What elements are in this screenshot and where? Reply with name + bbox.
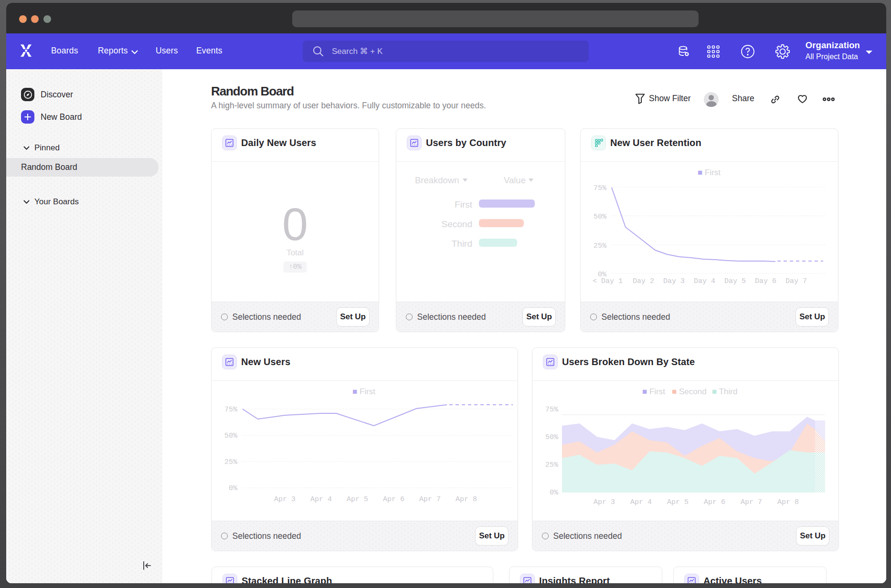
svg-text:0%: 0% <box>550 489 559 497</box>
svg-text:Apr 7: Apr 7 <box>419 495 441 504</box>
svg-text:■ Third: ■ Third <box>712 387 737 396</box>
svg-text:Day 3: Day 3 <box>663 277 685 285</box>
svg-text:Apr 6: Apr 6 <box>383 495 404 504</box>
svg-text:Apr 8: Apr 8 <box>777 498 799 506</box>
svg-text:Apr 5: Apr 5 <box>347 495 368 504</box>
svg-text:< Day 1: < Day 1 <box>593 277 623 285</box>
svg-text:Apr 7: Apr 7 <box>741 498 762 506</box>
svg-text:Apr 4: Apr 4 <box>630 498 652 506</box>
svg-text:Apr 4: Apr 4 <box>310 495 332 504</box>
svg-text:75%: 75% <box>545 406 559 414</box>
svg-text:Day 6: Day 6 <box>755 277 776 285</box>
svg-text:■ Second: ■ Second <box>672 387 707 396</box>
svg-text:0%: 0% <box>229 484 238 493</box>
svg-text:Apr 8: Apr 8 <box>456 495 477 504</box>
svg-text:■ First: ■ First <box>642 387 665 396</box>
svg-text:50%: 50% <box>545 433 559 441</box>
svg-text:Apr 3: Apr 3 <box>274 495 296 504</box>
svg-text:Apr 3: Apr 3 <box>594 498 615 506</box>
svg-text:75%: 75% <box>224 406 238 414</box>
svg-text:Day 5: Day 5 <box>724 277 746 285</box>
svg-text:■ First: ■ First <box>352 387 375 396</box>
svg-text:25%: 25% <box>224 458 238 466</box>
svg-text:Day 2: Day 2 <box>633 277 654 285</box>
svg-text:25%: 25% <box>545 461 559 469</box>
svg-text:Apr 6: Apr 6 <box>704 498 725 506</box>
svg-text:■ First: ■ First <box>698 168 721 177</box>
svg-text:Day 4: Day 4 <box>694 277 715 285</box>
svg-text:Apr 5: Apr 5 <box>667 498 689 506</box>
svg-text:75%: 75% <box>594 184 607 192</box>
svg-text:Day 7: Day 7 <box>785 277 807 285</box>
svg-text:25%: 25% <box>594 242 607 250</box>
svg-text:50%: 50% <box>224 432 238 440</box>
svg-text:50%: 50% <box>594 213 607 221</box>
